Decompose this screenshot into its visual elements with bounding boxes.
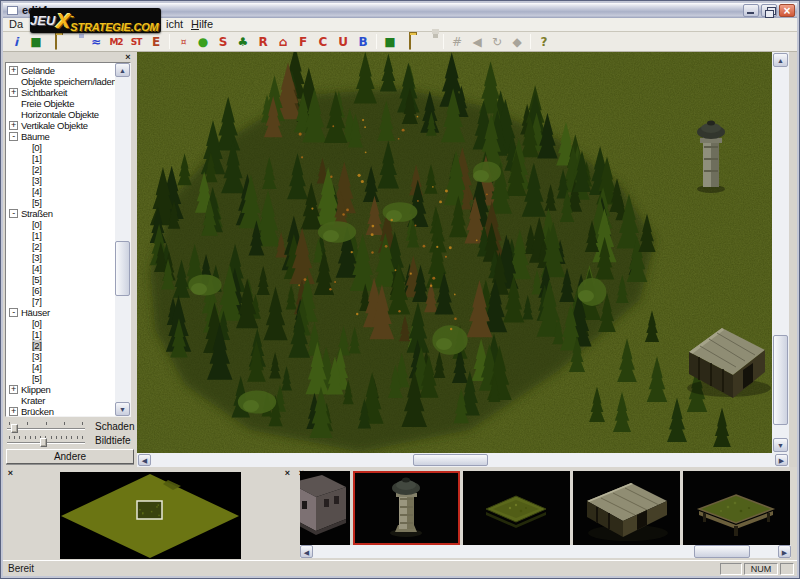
tree-item-0[interactable]: [0] — [6, 318, 115, 329]
tree-item-0[interactable]: [0] — [6, 219, 115, 230]
scroll-left-icon[interactable]: ◀ — [300, 545, 313, 558]
tree-item-label[interactable]: [6] — [32, 285, 42, 296]
tree-item-label[interactable]: [5] — [32, 373, 42, 384]
tree-item-label[interactable]: Objekte speichern/laden — [21, 76, 115, 87]
menu-item-da[interactable]: Da — [9, 18, 23, 32]
tree-item-label[interactable]: Krater — [21, 395, 45, 406]
tile2-icon[interactable]: ■ — [381, 34, 399, 50]
minimap-close-left-icon[interactable]: × — [6, 469, 15, 478]
tree-item-label[interactable]: [0] — [32, 318, 42, 329]
tree-item-2[interactable]: [2] — [6, 241, 115, 252]
thumbnails-scrollbar[interactable]: ◀ ▶ — [300, 545, 791, 558]
thumbnail-water-tower[interactable] — [353, 471, 460, 545]
b-tool-icon[interactable]: B — [354, 34, 372, 50]
tree-item-gelände[interactable]: +Gelände — [6, 65, 115, 76]
scroll-down-icon[interactable]: ▼ — [773, 438, 788, 452]
scroll-up-icon[interactable]: ▲ — [773, 53, 788, 67]
save2-icon[interactable] — [421, 34, 439, 50]
units-grid-icon[interactable]: # — [448, 34, 466, 50]
tree-item-label[interactable]: Horizontale Objekte — [21, 109, 99, 120]
tree-item-4[interactable]: [4] — [6, 186, 115, 197]
tree-item-2[interactable]: [2] — [6, 340, 115, 351]
tree-item-label[interactable]: [1] — [32, 230, 42, 241]
tree-item-vertikale objekte[interactable]: +Vertikale Objekte — [6, 120, 115, 131]
tree-item-freie objekte[interactable]: Freie Objekte — [6, 98, 115, 109]
edit-tool-icon[interactable]: E — [147, 34, 165, 50]
restore-button[interactable] — [761, 4, 777, 17]
pillar-tool-icon[interactable]: S — [214, 34, 232, 50]
help-icon[interactable]: ? — [535, 34, 553, 50]
collapse-minus-icon[interactable]: - — [9, 308, 18, 317]
viewport-vscrollbar[interactable]: ▲ ▼ — [772, 52, 789, 453]
tree-item-1[interactable]: [1] — [6, 329, 115, 340]
tree-item-label[interactable]: Vertikale Objekte — [21, 120, 88, 131]
expand-plus-icon[interactable]: + — [9, 385, 18, 394]
tree-item-häuser[interactable]: -Häuser — [6, 307, 115, 318]
st-tool-icon[interactable]: ST — [127, 34, 145, 50]
andere-button[interactable]: Andere — [6, 449, 134, 464]
tree-item-3[interactable]: [3] — [6, 252, 115, 263]
hscrollbar-thumb[interactable] — [413, 454, 488, 466]
m2-tool-icon[interactable]: M2 — [107, 34, 125, 50]
tree-item-1[interactable]: [1] — [6, 153, 115, 164]
diamond-icon[interactable]: ◆ — [508, 34, 526, 50]
tree-item-objekte speichern/laden[interactable]: Objekte speichern/laden — [6, 76, 115, 87]
schaden-slider[interactable]: Schaden — [7, 420, 85, 433]
menu-item-icht[interactable]: icht — [166, 18, 183, 32]
tree-item-label[interactable]: Klippen — [21, 384, 51, 395]
tree-item-brücken[interactable]: +Brücken — [6, 406, 115, 416]
tree-item-label[interactable]: Straßen — [21, 208, 53, 219]
tree-item-0[interactable]: [0] — [6, 142, 115, 153]
tree-item-label[interactable]: Freie Objekte — [21, 98, 74, 109]
tree-item-label[interactable]: [2] — [32, 340, 42, 351]
tree-item-bäume[interactable]: -Bäume — [6, 131, 115, 142]
rotate-icon[interactable]: ↻ — [488, 34, 506, 50]
tree-item-label[interactable]: [1] — [32, 329, 42, 340]
tree-item-straßen[interactable]: -Straßen — [6, 208, 115, 219]
expand-plus-icon[interactable]: + — [9, 407, 18, 416]
vscrollbar-thumb[interactable] — [773, 335, 788, 425]
viewport-hscrollbar[interactable]: ◀ ▶ — [137, 453, 789, 467]
tree-item-5[interactable]: [5] — [6, 197, 115, 208]
minimap-view-rect[interactable] — [137, 501, 162, 519]
lake-tool-icon[interactable]: ● — [194, 34, 212, 50]
panel-close-icon[interactable]: × — [123, 52, 133, 62]
expand-plus-icon[interactable]: + — [9, 66, 18, 75]
scroll-down-icon[interactable]: ▼ — [115, 402, 130, 416]
scroll-right-icon[interactable]: ▶ — [778, 545, 791, 558]
tree-item-4[interactable]: [4] — [6, 362, 115, 373]
tree-item-label[interactable]: [4] — [32, 186, 42, 197]
scroll-up-icon[interactable]: ▲ — [115, 63, 130, 77]
tree-item-label[interactable]: [4] — [32, 263, 42, 274]
tree-item-3[interactable]: [3] — [6, 351, 115, 362]
marker-tool-icon[interactable]: ¤ — [174, 34, 192, 50]
thumbnail-platform[interactable] — [683, 471, 790, 545]
tree-item-label[interactable]: [2] — [32, 241, 42, 252]
bildtiefe-slider[interactable]: Bildtiefe — [7, 434, 85, 447]
expand-plus-icon[interactable]: + — [9, 121, 18, 130]
tree-item-label[interactable]: [3] — [32, 351, 42, 362]
scroll-right-icon[interactable]: ▶ — [775, 454, 788, 466]
minimize-button[interactable] — [743, 4, 759, 17]
terrain-tile-icon[interactable]: ■ — [27, 34, 45, 50]
tree-item-label[interactable]: [5] — [32, 274, 42, 285]
tree-item-6[interactable]: [6] — [6, 285, 115, 296]
tree-item-label[interactable]: [1] — [32, 153, 42, 164]
tree-item-label[interactable]: [5] — [32, 197, 42, 208]
slider-thumb[interactable] — [11, 424, 18, 433]
tree-item-label[interactable]: [2] — [32, 164, 42, 175]
tree-item-label[interactable]: [7] — [32, 296, 42, 307]
thumbnail-flat-tile[interactable] — [463, 471, 570, 545]
open-map-icon[interactable] — [47, 34, 65, 50]
slider-thumb[interactable] — [40, 438, 47, 447]
tree-item-klippen[interactable]: +Klippen — [6, 384, 115, 395]
minimap[interactable] — [60, 472, 241, 559]
tree-item-label[interactable]: [0] — [32, 219, 42, 230]
tree-item-label[interactable]: [3] — [32, 175, 42, 186]
tree-item-3[interactable]: [3] — [6, 175, 115, 186]
expand-plus-icon[interactable]: + — [9, 88, 18, 97]
tree-item-5[interactable]: [5] — [6, 274, 115, 285]
tree-scrollbar[interactable]: ▲ ▼ — [115, 63, 130, 416]
tree-item-label[interactable]: Gelände — [21, 65, 55, 76]
road-tool-icon[interactable]: R — [254, 34, 272, 50]
